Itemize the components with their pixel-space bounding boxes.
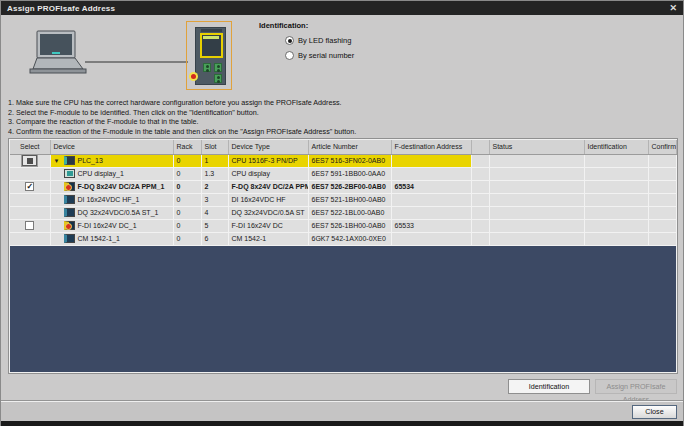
identification-cell xyxy=(584,232,648,245)
radio-icon[interactable] xyxy=(285,51,294,60)
confirm-cell xyxy=(648,180,676,193)
device-cell[interactable]: F-DI 16x24V DC_1 xyxy=(50,219,173,232)
select-cell xyxy=(10,193,50,206)
device-table-wrap: SelectDeviceRackSlotDevice TypeArticle N… xyxy=(9,139,677,373)
rack-cell: 0 xyxy=(173,193,201,206)
close-button[interactable]: Close xyxy=(632,405,677,419)
slot-cell: 1.3 xyxy=(201,167,228,180)
device-cell[interactable]: F-DQ 8x24V DC/2A PPM_1 xyxy=(50,180,173,193)
confirm-cell xyxy=(648,154,676,167)
identification-panel: Identification: By LED flashing By seria… xyxy=(259,21,399,60)
select-cell[interactable]: ✓ xyxy=(10,180,50,193)
device-cell[interactable]: CPU display_1 xyxy=(50,167,173,180)
select-cell[interactable] xyxy=(10,154,50,167)
f-module-icon xyxy=(64,182,75,191)
article-number-cell: 6ES7 526-1BH00-0AB0 xyxy=(308,219,391,232)
flashing-led-icon xyxy=(189,72,198,81)
spacer-cell xyxy=(471,219,489,232)
device-cell[interactable]: DI 16x24VDC HF_1 xyxy=(50,193,173,206)
plc-port xyxy=(214,63,222,72)
identification-cell xyxy=(584,167,648,180)
table-row[interactable]: DI 16x24VDC HF_103DI 16x24VDC HF6ES7 521… xyxy=(10,193,676,206)
status-cell xyxy=(489,154,584,167)
current-row-select-button[interactable] xyxy=(22,155,37,166)
table-row[interactable]: ▼PLC_1301CPU 1516F-3 PN/DP6ES7 516-3FN02… xyxy=(10,154,676,167)
article-number-cell: 6ES7 522-1BL00-0AB0 xyxy=(308,206,391,219)
assign-profisafe-dialog: Assign PROFIsafe Address ✕ Identificatio… xyxy=(0,0,684,426)
device-name: CM 1542-1_1 xyxy=(78,235,120,242)
select-cell xyxy=(10,206,50,219)
article-number-cell: 6ES7 526-2BF00-0AB0 xyxy=(308,180,391,193)
confirm-cell xyxy=(648,206,676,219)
expand-arrow-icon[interactable]: ▼ xyxy=(54,158,61,164)
table-row[interactable]: ✓F-DQ 8x24V DC/2A PPM_102F-DQ 8x24V DC/2… xyxy=(10,180,676,193)
window-title: Assign PROFIsafe Address xyxy=(7,4,115,13)
article-number-cell: 6ES7 516-3FN02-0AB0 xyxy=(308,154,391,167)
column-header-status: Status xyxy=(489,140,584,154)
f-destination-address-cell xyxy=(391,193,471,206)
assign-profisafe-address-button[interactable]: Assign PROFIsafe Address xyxy=(595,379,677,394)
slot-cell: 1 xyxy=(201,154,228,167)
status-cell xyxy=(489,232,584,245)
rack-cell: 0 xyxy=(173,167,201,180)
identification-label: Identification: xyxy=(259,21,399,30)
spacer-cell xyxy=(471,167,489,180)
laptop-icon xyxy=(29,30,87,74)
confirm-cell xyxy=(648,219,676,232)
screen-edge xyxy=(1,421,683,426)
slot-cell: 6 xyxy=(201,232,228,245)
spacer-cell xyxy=(471,180,489,193)
instruction-line-3: 3. Compare the reaction of the F-module … xyxy=(8,117,668,127)
device-type-cell: F-DQ 8x24V DC/2A PPM xyxy=(228,180,308,193)
table-row[interactable]: F-DI 16x24V DC_105F-DI 16x24V DC6ES7 526… xyxy=(10,219,676,232)
plc-port xyxy=(214,74,222,83)
rack-cell: 0 xyxy=(173,206,201,219)
table-row[interactable]: DQ 32x24VDC/0.5A ST_104DQ 32x24VDC/0.5A … xyxy=(10,206,676,219)
device-cell[interactable]: ▼PLC_13 xyxy=(50,154,173,167)
device-cell[interactable]: DQ 32x24VDC/0.5A ST_1 xyxy=(50,206,173,219)
column-header-spacer xyxy=(471,140,489,154)
device-name: CPU display_1 xyxy=(78,170,124,177)
status-cell xyxy=(489,219,584,232)
device-cell[interactable]: CM 1542-1_1 xyxy=(50,232,173,245)
select-checkbox-checked[interactable]: ✓ xyxy=(25,182,34,191)
cpu-display-icon xyxy=(64,169,75,178)
identification-button[interactable]: Identification xyxy=(508,379,590,394)
io-module-icon xyxy=(64,195,75,204)
select-cell[interactable] xyxy=(10,219,50,232)
confirm-cell xyxy=(648,167,676,180)
column-header-slot: Slot xyxy=(201,140,228,154)
device-type-cell: CPU 1516F-3 PN/DP xyxy=(228,154,308,167)
table-row[interactable]: CPU display_101.3CPU display6ES7 591-1BB… xyxy=(10,167,676,180)
f-destination-address-cell xyxy=(391,232,471,245)
rack-cell: 0 xyxy=(173,180,201,193)
io-module-icon xyxy=(64,234,75,243)
device-type-cell: CM 1542-1 xyxy=(228,232,308,245)
column-header-identification: Identification xyxy=(584,140,648,154)
device-type-cell: DQ 32x24VDC/0.5A ST xyxy=(228,206,308,219)
radio-led-flashing[interactable]: By LED flashing xyxy=(285,36,399,45)
f-destination-address-cell xyxy=(391,206,471,219)
close-icon[interactable]: ✕ xyxy=(669,4,677,13)
plc-selection-frame xyxy=(186,21,232,90)
identification-cell xyxy=(584,180,648,193)
slot-cell: 3 xyxy=(201,193,228,206)
plc-module-icon xyxy=(64,156,75,165)
table-row[interactable]: CM 1542-1_106CM 1542-16GK7 542-1AX00-0XE… xyxy=(10,232,676,245)
table-header-row: SelectDeviceRackSlotDevice TypeArticle N… xyxy=(10,140,676,154)
radio-serial-number[interactable]: By serial number xyxy=(285,51,399,60)
slot-cell: 4 xyxy=(201,206,228,219)
rack-cell: 0 xyxy=(173,154,201,167)
radio-icon[interactable] xyxy=(285,36,294,45)
rack-cell: 0 xyxy=(173,232,201,245)
select-checkbox-unchecked[interactable] xyxy=(25,221,34,230)
slot-cell: 5 xyxy=(201,219,228,232)
spacer-cell xyxy=(471,154,489,167)
select-cell xyxy=(10,167,50,180)
device-table: SelectDeviceRackSlotDevice TypeArticle N… xyxy=(10,140,677,246)
spacer-cell xyxy=(471,232,489,245)
column-header-select: Select xyxy=(10,140,50,154)
instruction-line-4: 4. Confirm the reaction of the F-module … xyxy=(8,127,668,137)
device-type-cell: CPU display xyxy=(228,167,308,180)
instruction-line-2: 2. Select the F-module to be identified.… xyxy=(8,108,668,118)
